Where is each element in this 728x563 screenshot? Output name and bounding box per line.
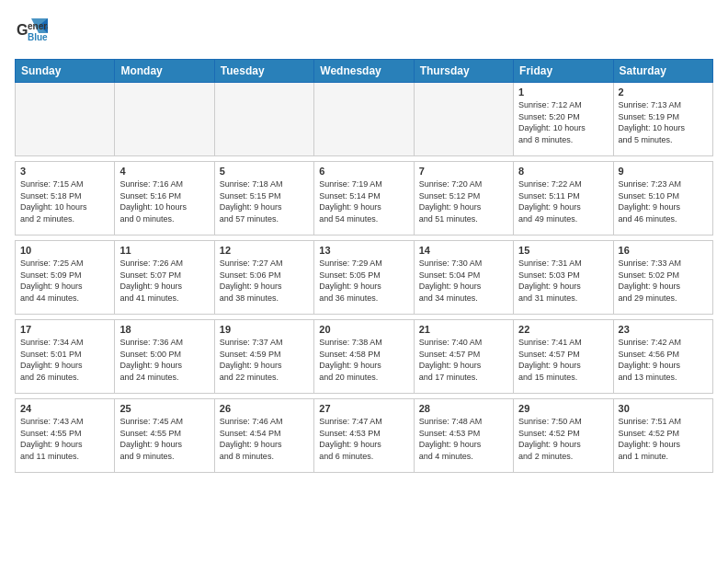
day-number: 23 [619,324,708,335]
calendar-week-row: 3Sunrise: 7:15 AM Sunset: 5:18 PM Daylig… [16,162,713,236]
calendar-header-row: SundayMondayTuesdayWednesdayThursdayFrid… [16,60,713,83]
day-number: 8 [518,166,608,177]
day-info: Sunrise: 7:13 AM Sunset: 5:19 PM Dayligh… [619,99,708,145]
calendar-day-cell: 18Sunrise: 7:36 AM Sunset: 5:00 PM Dayli… [115,320,214,394]
calendar-week-row: 1Sunrise: 7:12 AM Sunset: 5:20 PM Daylig… [16,83,713,156]
day-number: 9 [619,166,708,177]
day-info: Sunrise: 7:43 AM Sunset: 4:55 PM Dayligh… [20,416,109,462]
day-info: Sunrise: 7:29 AM Sunset: 5:05 PM Dayligh… [319,258,408,304]
day-info: Sunrise: 7:40 AM Sunset: 4:57 PM Dayligh… [419,337,508,383]
weekday-header: Tuesday [214,60,313,83]
day-info: Sunrise: 7:46 AM Sunset: 4:54 PM Dayligh… [220,416,309,462]
calendar-day-cell: 29Sunrise: 7:50 AM Sunset: 4:52 PM Dayli… [514,399,613,473]
day-number: 3 [20,166,109,177]
day-number: 2 [619,86,708,98]
logo: G eneral Blue [15,15,48,48]
calendar-day-cell: 20Sunrise: 7:38 AM Sunset: 4:58 PM Dayli… [314,320,414,394]
day-info: Sunrise: 7:25 AM Sunset: 5:09 PM Dayligh… [20,258,109,304]
day-info: Sunrise: 7:15 AM Sunset: 5:18 PM Dayligh… [20,178,109,224]
calendar-day-cell: 16Sunrise: 7:33 AM Sunset: 5:02 PM Dayli… [613,241,712,315]
day-number: 26 [220,403,309,414]
calendar-day-cell: 25Sunrise: 7:45 AM Sunset: 4:55 PM Dayli… [115,399,214,473]
calendar-day-cell: 24Sunrise: 7:43 AM Sunset: 4:55 PM Dayli… [16,399,115,473]
day-number: 18 [119,324,209,335]
day-number: 1 [518,86,608,98]
day-number: 30 [619,403,708,414]
calendar-day-cell: 28Sunrise: 7:48 AM Sunset: 4:53 PM Dayli… [414,399,513,473]
weekday-header: Saturday [613,60,712,83]
calendar-day-cell: 27Sunrise: 7:47 AM Sunset: 4:53 PM Dayli… [314,399,414,473]
svg-text:Blue: Blue [28,32,48,42]
day-number: 4 [119,166,209,177]
day-number: 10 [20,245,109,256]
day-info: Sunrise: 7:33 AM Sunset: 5:02 PM Dayligh… [619,258,708,304]
day-info: Sunrise: 7:50 AM Sunset: 4:52 PM Dayligh… [518,416,608,462]
day-number: 13 [319,245,408,256]
header: G eneral Blue [15,15,713,48]
calendar-day-cell: 15Sunrise: 7:31 AM Sunset: 5:03 PM Dayli… [514,241,613,315]
day-info: Sunrise: 7:12 AM Sunset: 5:20 PM Dayligh… [518,99,608,145]
day-info: Sunrise: 7:27 AM Sunset: 5:06 PM Dayligh… [220,258,309,304]
day-number: 25 [119,403,209,414]
calendar-day-cell: 23Sunrise: 7:42 AM Sunset: 4:56 PM Dayli… [613,320,712,394]
calendar-day-cell [314,83,414,156]
calendar-day-cell: 17Sunrise: 7:34 AM Sunset: 5:01 PM Dayli… [16,320,115,394]
calendar-day-cell: 12Sunrise: 7:27 AM Sunset: 5:06 PM Dayli… [214,241,313,315]
day-info: Sunrise: 7:47 AM Sunset: 4:53 PM Dayligh… [319,416,408,462]
day-number: 15 [518,245,608,256]
day-number: 24 [20,403,109,414]
calendar-day-cell: 8Sunrise: 7:22 AM Sunset: 5:11 PM Daylig… [514,162,613,236]
day-number: 7 [419,166,508,177]
day-number: 28 [419,403,508,414]
day-info: Sunrise: 7:37 AM Sunset: 4:59 PM Dayligh… [220,337,309,383]
calendar-day-cell: 3Sunrise: 7:15 AM Sunset: 5:18 PM Daylig… [16,162,115,236]
calendar-day-cell: 14Sunrise: 7:30 AM Sunset: 5:04 PM Dayli… [414,241,513,315]
calendar-day-cell: 30Sunrise: 7:51 AM Sunset: 4:52 PM Dayli… [613,399,712,473]
calendar-day-cell: 9Sunrise: 7:23 AM Sunset: 5:10 PM Daylig… [613,162,712,236]
day-number: 12 [220,245,309,256]
calendar-day-cell: 5Sunrise: 7:18 AM Sunset: 5:15 PM Daylig… [214,162,313,236]
day-number: 11 [119,245,209,256]
calendar-day-cell: 7Sunrise: 7:20 AM Sunset: 5:12 PM Daylig… [414,162,513,236]
calendar-day-cell: 21Sunrise: 7:40 AM Sunset: 4:57 PM Dayli… [414,320,513,394]
day-number: 16 [619,245,708,256]
day-number: 29 [518,403,608,414]
day-info: Sunrise: 7:41 AM Sunset: 4:57 PM Dayligh… [518,337,608,383]
calendar-day-cell [16,83,115,156]
calendar-day-cell: 13Sunrise: 7:29 AM Sunset: 5:05 PM Dayli… [314,241,414,315]
day-info: Sunrise: 7:16 AM Sunset: 5:16 PM Dayligh… [119,178,209,224]
calendar-day-cell: 6Sunrise: 7:19 AM Sunset: 5:14 PM Daylig… [314,162,414,236]
day-info: Sunrise: 7:20 AM Sunset: 5:12 PM Dayligh… [419,178,508,224]
day-number: 21 [419,324,508,335]
calendar-day-cell: 19Sunrise: 7:37 AM Sunset: 4:59 PM Dayli… [214,320,313,394]
day-info: Sunrise: 7:34 AM Sunset: 5:01 PM Dayligh… [20,337,109,383]
day-info: Sunrise: 7:36 AM Sunset: 5:00 PM Dayligh… [119,337,209,383]
day-number: 20 [319,324,408,335]
logo-icon: G eneral Blue [15,15,48,48]
calendar-day-cell: 26Sunrise: 7:46 AM Sunset: 4:54 PM Dayli… [214,399,313,473]
day-info: Sunrise: 7:31 AM Sunset: 5:03 PM Dayligh… [518,258,608,304]
day-info: Sunrise: 7:18 AM Sunset: 5:15 PM Dayligh… [220,178,309,224]
day-number: 14 [419,245,508,256]
weekday-header: Wednesday [314,60,414,83]
day-number: 27 [319,403,408,414]
calendar-day-cell: 22Sunrise: 7:41 AM Sunset: 4:57 PM Dayli… [514,320,613,394]
day-info: Sunrise: 7:19 AM Sunset: 5:14 PM Dayligh… [319,178,408,224]
day-info: Sunrise: 7:51 AM Sunset: 4:52 PM Dayligh… [619,416,708,462]
day-info: Sunrise: 7:42 AM Sunset: 4:56 PM Dayligh… [619,337,708,383]
calendar-day-cell: 1Sunrise: 7:12 AM Sunset: 5:20 PM Daylig… [514,83,613,156]
svg-text:eneral: eneral [28,21,48,31]
weekday-header: Sunday [16,60,115,83]
svg-text:G: G [17,22,28,38]
calendar-day-cell: 11Sunrise: 7:26 AM Sunset: 5:07 PM Dayli… [115,241,214,315]
calendar-day-cell: 4Sunrise: 7:16 AM Sunset: 5:16 PM Daylig… [115,162,214,236]
day-info: Sunrise: 7:45 AM Sunset: 4:55 PM Dayligh… [119,416,209,462]
calendar-day-cell: 2Sunrise: 7:13 AM Sunset: 5:19 PM Daylig… [613,83,712,156]
day-info: Sunrise: 7:26 AM Sunset: 5:07 PM Dayligh… [119,258,209,304]
weekday-header: Friday [514,60,613,83]
day-info: Sunrise: 7:23 AM Sunset: 5:10 PM Dayligh… [619,178,708,224]
day-info: Sunrise: 7:38 AM Sunset: 4:58 PM Dayligh… [319,337,408,383]
day-number: 6 [319,166,408,177]
calendar-day-cell [214,83,313,156]
calendar-week-row: 17Sunrise: 7:34 AM Sunset: 5:01 PM Dayli… [16,320,713,394]
